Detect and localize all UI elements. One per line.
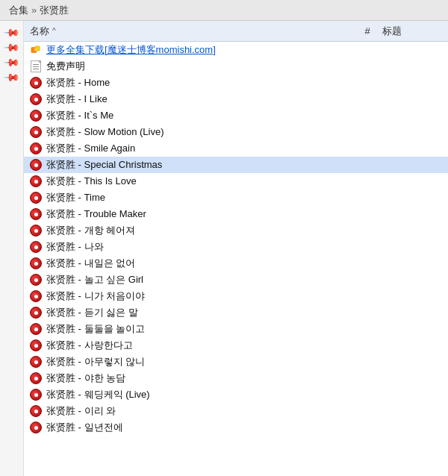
list-item[interactable]: 张贤胜 - 웨딩케익 (Live): [24, 386, 448, 403]
item-name-cell: 张贤胜 - 일년전에: [30, 421, 352, 434]
pin-icon-1[interactable]: 📌: [4, 24, 20, 40]
breadcrumb-current: 张贤胜: [40, 4, 69, 17]
item-name-text: 张贤胜 - 니가 처음이야: [46, 289, 145, 303]
item-name-cell: 张贤胜 - Slow Motion (Live): [30, 125, 352, 139]
list-item[interactable]: 张贤胜 - 니가 처음이야: [24, 288, 448, 304]
list-item[interactable]: 张贤胜 - 나와: [24, 239, 448, 255]
column-name-header[interactable]: 名称 ^: [30, 25, 352, 38]
audio-icon: [30, 126, 42, 138]
item-name-cell: 张贤胜 - 개항 헤어져: [30, 224, 352, 237]
audio-icon: [30, 225, 42, 237]
list-item[interactable]: 张贤胜 - 일년전에: [24, 419, 448, 436]
breadcrumb-parent[interactable]: 合集: [9, 4, 28, 17]
item-icon-wrapper: [30, 274, 42, 286]
audio-icon: [30, 389, 42, 401]
list-item[interactable]: 免费声明: [24, 58, 448, 75]
column-title-header[interactable]: 标题: [382, 25, 442, 38]
list-item[interactable]: 张贤胜 - Trouble Maker: [24, 206, 448, 222]
audio-icon: [30, 405, 42, 417]
item-name-cell: 张贤胜 - 야한 농담: [30, 372, 352, 385]
item-name-cell: 张贤胜 - 니가 처음이야: [30, 289, 352, 303]
list-item[interactable]: 更多全集下载[魔迷士博客momishi.com]: [24, 42, 448, 58]
item-name-text: 张贤胜 - I Like: [46, 93, 108, 106]
item-name-text: 张贤胜 - 놀고 싶은 Girl: [46, 273, 143, 286]
link-icon: [30, 44, 42, 56]
item-icon-wrapper: [30, 339, 42, 351]
list-item[interactable]: 张贤胜 - 개항 헤어져: [24, 222, 448, 239]
list-item[interactable]: 张贤胜 - Special Christmas: [24, 157, 448, 173]
audio-icon: [30, 208, 42, 220]
list-item[interactable]: 张贤胜 - Slow Motion (Live): [24, 124, 448, 140]
item-name-cell: 张贤胜 - Time: [30, 191, 352, 204]
item-name-cell: 张贤胜 - Smile Again: [30, 142, 352, 155]
doc-icon: [31, 60, 41, 72]
item-name-text: 张贤胜 - 이리 와: [46, 404, 116, 418]
item-icon-wrapper: [30, 405, 42, 417]
list-item[interactable]: 张贤胜 - 이리 와: [24, 403, 448, 419]
item-icon-wrapper: [30, 241, 42, 253]
item-name-text: 张贤胜 - 일년전에: [46, 421, 123, 434]
item-name-cell: 张贤胜 - It`s Me: [30, 109, 352, 122]
item-icon-wrapper: [30, 110, 42, 122]
item-name-text: 张贤胜 - Time: [46, 191, 105, 204]
item-name-text: 张贤胜 - 웨딩케익 (Live): [46, 388, 150, 401]
audio-icon: [30, 307, 42, 319]
item-name-text: 张贤胜 - It`s Me: [46, 109, 113, 122]
item-name-text: 张贤胜 - Home: [46, 76, 110, 90]
list-item[interactable]: 张贤胜 - 내일은 없어: [24, 255, 448, 272]
item-name-cell: 张贤胜 - 아무렇지 않니: [30, 355, 352, 369]
list-item[interactable]: 张贤胜 - This Is Love: [24, 173, 448, 190]
audio-icon: [30, 241, 42, 253]
audio-icon: [30, 372, 42, 384]
item-icon-wrapper: [30, 159, 42, 171]
item-icon-wrapper: [30, 126, 42, 138]
list-item[interactable]: 张贤胜 - 사랑한다고: [24, 337, 448, 354]
pin-icon-3[interactable]: 📌: [4, 54, 20, 70]
list-item[interactable]: 张贤胜 - 야한 농담: [24, 370, 448, 386]
list-item[interactable]: 张贤胜 - Home: [24, 75, 448, 91]
item-name-text: 张贤胜 - Special Christmas: [46, 158, 162, 172]
pin-icon-2[interactable]: 📌: [4, 39, 20, 55]
breadcrumb-separator: »: [31, 4, 37, 16]
item-icon-wrapper: [30, 225, 42, 237]
item-name-cell: 张贤胜 - 나와: [30, 240, 352, 254]
column-hash-header[interactable]: #: [352, 25, 382, 37]
audio-icon: [30, 422, 42, 433]
list-item[interactable]: 张贤胜 - 둘둘을 놀이고: [24, 321, 448, 337]
audio-icon: [30, 323, 42, 335]
pin-icon-4[interactable]: 📌: [4, 69, 20, 85]
item-icon-wrapper: [30, 257, 42, 269]
item-name-text: 张贤胜 - Slow Motion (Live): [46, 125, 164, 139]
item-name-cell: 张贤胜 - I Like: [30, 93, 352, 106]
item-icon-wrapper: [30, 323, 42, 335]
item-name-cell: 张贤胜 - Special Christmas: [30, 158, 352, 172]
item-name-text: 张贤胜 - 개항 헤어져: [46, 224, 135, 237]
list-item[interactable]: 张贤胜 - Time: [24, 190, 448, 206]
item-name-text: 张贤胜 - 내일은 없어: [46, 257, 135, 270]
item-icon-wrapper: [30, 93, 42, 105]
svg-point-2: [34, 48, 37, 51]
item-name-cell: 张贤胜 - 놀고 싶은 Girl: [30, 273, 352, 286]
list-item[interactable]: 张贤胜 - 듣기 싫은 말: [24, 304, 448, 321]
item-icon-wrapper: [30, 143, 42, 154]
main-container: 📌 📌 📌 📌 名称 ^ # 标题 更多全集下载[魔迷士博客momishi.co…: [0, 21, 448, 476]
item-name-cell: 张贤胜 - 둘둘을 놀이고: [30, 322, 352, 336]
audio-icon: [30, 257, 42, 269]
item-icon-wrapper: [30, 389, 42, 401]
item-icon-wrapper: [30, 422, 42, 433]
item-name-cell: 张贤胜 - Trouble Maker: [30, 207, 352, 221]
item-icon-wrapper: [30, 175, 42, 187]
content-area: 名称 ^ # 标题 更多全集下载[魔迷士博客momishi.com]: [24, 21, 448, 476]
audio-icon: [30, 192, 42, 204]
item-name-cell: 张贤胜 - 내일은 없어: [30, 257, 352, 270]
list-item[interactable]: 张贤胜 - I Like: [24, 91, 448, 107]
item-icon-wrapper: [30, 192, 42, 204]
list-item[interactable]: 张贤胜 - 아무렇지 않니: [24, 354, 448, 370]
list-item[interactable]: 张贤胜 - Smile Again: [24, 140, 448, 157]
list-item[interactable]: 张贤胜 - 놀고 싶은 Girl: [24, 272, 448, 288]
item-name-text: 张贤胜 - 나와: [46, 240, 104, 254]
item-name-text: 张贤胜 - Smile Again: [46, 142, 135, 155]
item-name-cell: 张贤胜 - 이리 와: [30, 404, 352, 418]
item-name-cell: 张贤胜 - Home: [30, 76, 352, 90]
list-item[interactable]: 张贤胜 - It`s Me: [24, 107, 448, 124]
